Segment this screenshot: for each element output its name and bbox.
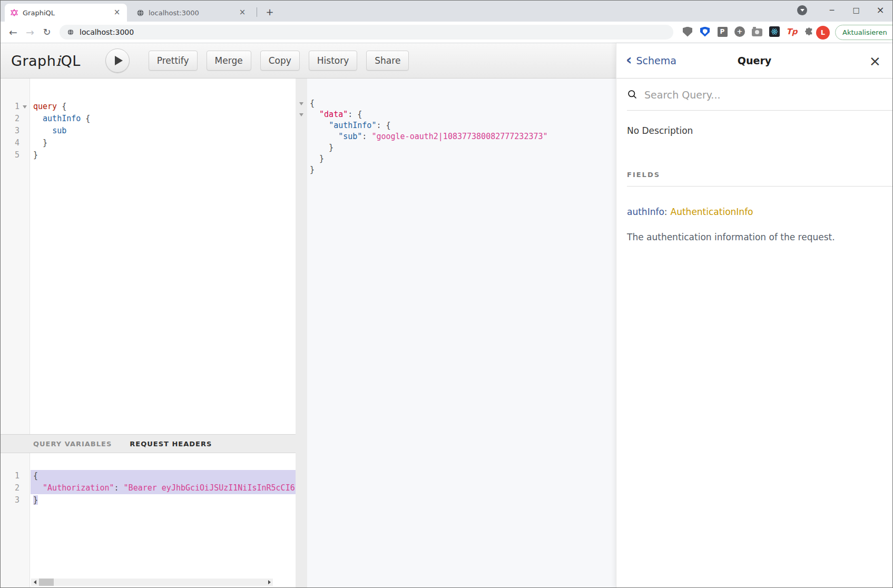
line-number: 1 [1, 101, 19, 113]
line-number: 3 [1, 125, 19, 137]
search-icon [627, 89, 638, 100]
scroll-left-arrow-icon[interactable] [31, 579, 38, 586]
code-line: 3 sub [1, 125, 296, 137]
field-row: authInfo:AuthenticationInfo [627, 207, 882, 217]
close-window-button[interactable]: × [868, 1, 892, 19]
code-line: 3} [1, 494, 296, 506]
graphql-logo-icon [10, 8, 18, 17]
execute-button[interactable] [105, 48, 130, 73]
horizontal-scrollbar[interactable] [31, 579, 273, 586]
query-editor[interactable]: 1query {2 authInfo {3 sub4 }5} [1, 79, 296, 434]
back-button[interactable]: ← [6, 25, 21, 40]
code-line: 2 authInfo { [1, 113, 296, 125]
request-headers-editor[interactable]: 1{2 "Authorization": "Bearer eyJhbGciOiJ… [1, 453, 296, 587]
line-number: 3 [1, 494, 19, 506]
tampermonkey-icon[interactable]: Tp [786, 25, 798, 38]
code-line: 1query { [1, 101, 296, 113]
extensions-row: P + Tp [681, 25, 816, 38]
fold-arrow-icon[interactable] [299, 113, 303, 116]
doc-search-row [616, 79, 892, 111]
back-label: Schema [636, 55, 676, 66]
address-bar[interactable]: localhost:3000 [60, 25, 673, 40]
url-text: localhost:3000 [80, 28, 134, 36]
code-line: "sub": "google-oauth2|108377380082777232… [296, 131, 617, 142]
tab-localhost[interactable]: localhost:3000 × [131, 4, 252, 22]
chevron-left-icon: ‹ [626, 53, 632, 67]
fields-heading: FIELDS [627, 171, 882, 179]
fold-arrow-icon[interactable] [23, 105, 27, 109]
tab-query-variables[interactable]: QUERY VARIABLES [33, 440, 112, 448]
line-number: 2 [1, 482, 19, 494]
type-authenticationinfo-link[interactable]: AuthenticationInfo [671, 207, 753, 217]
browser-window: GraphiQL × localhost:3000 × + ─ □ × ← → … [0, 0, 893, 588]
scroll-right-arrow-icon[interactable] [266, 579, 273, 586]
browser-toolbar: ← → ↻ localhost:3000 P + Tp L [1, 22, 892, 43]
field-authinfo-link[interactable]: authInfo [627, 207, 664, 217]
forward-button[interactable]: → [23, 25, 37, 40]
field-separator: : [664, 207, 668, 217]
prettify-button[interactable]: Prettify [149, 51, 198, 71]
browser-tab-strip: GraphiQL × localhost:3000 × + ─ □ × [1, 1, 892, 22]
doc-search-input[interactable] [644, 89, 855, 101]
code-line: } [296, 164, 617, 175]
code-line: } [296, 153, 617, 164]
code-line: { [296, 98, 617, 109]
copy-button[interactable]: Copy [260, 51, 300, 71]
graphiql-topbar: GraphiQL Prettify Merge Copy History Sha… [1, 43, 617, 79]
tab-title: GraphiQL [23, 9, 107, 17]
code-line: 2 "Authorization": "Bearer eyJhbGciOiJSU… [1, 482, 296, 494]
window-controls: ─ □ × [797, 1, 892, 19]
scrollbar-thumb[interactable] [39, 579, 54, 586]
reload-button[interactable]: ↻ [40, 25, 54, 40]
result-pane: { "data": { "authInfo": { "sub": "google… [296, 79, 617, 587]
graphiql-logo: GraphiQL [11, 53, 81, 69]
p-extension-icon[interactable]: P [716, 25, 729, 38]
result-viewer[interactable]: { "data": { "authInfo": { "sub": "google… [296, 79, 617, 587]
no-description-text: No Description [627, 125, 882, 136]
fold-arrow-icon[interactable] [299, 102, 303, 105]
close-icon[interactable]: × [112, 8, 122, 17]
move-icon[interactable]: + [733, 25, 746, 38]
code-line: 5} [1, 149, 296, 161]
code-line: "data": { [296, 109, 617, 120]
play-icon [115, 56, 123, 65]
field-description: The authentication information of the re… [627, 232, 882, 242]
line-number: 2 [1, 113, 19, 125]
graphiql-app: GraphiQL Prettify Merge Copy History Sha… [1, 43, 892, 587]
close-doc-button[interactable]: × [869, 54, 881, 68]
code-line: "authInfo": { [296, 120, 617, 131]
line-number: 5 [1, 149, 19, 161]
fields-divider [627, 186, 892, 187]
query-pane: 1query {2 authInfo {3 sub4 }5} QUERY VAR… [1, 79, 296, 587]
minimize-button[interactable]: ─ [820, 1, 844, 19]
history-button[interactable]: History [309, 51, 357, 71]
merge-button[interactable]: Merge [207, 51, 251, 71]
line-number: 1 [1, 470, 19, 482]
tab-request-headers[interactable]: REQUEST HEADERS [130, 440, 212, 448]
doc-body: No Description FIELDS authInfo:Authentic… [616, 125, 892, 242]
share-button[interactable]: Share [366, 51, 409, 71]
line-number: 4 [1, 137, 19, 149]
caret-down-icon [800, 9, 804, 12]
tab-separator [257, 7, 257, 17]
doc-explorer-header: ‹ Schema Query × [616, 43, 892, 79]
update-browser-button[interactable]: Aktualisieren ⋮ [835, 25, 893, 40]
doc-explorer-panel: ‹ Schema Query × No Description FIELDS a… [616, 43, 892, 587]
code-line: 1{ [1, 470, 296, 482]
close-icon[interactable]: × [238, 8, 247, 17]
chevron-down-circle-icon[interactable] [797, 5, 807, 15]
ublock-icon[interactable] [681, 25, 694, 38]
globe-icon [136, 9, 144, 17]
camera-icon[interactable] [751, 25, 763, 38]
code-line: } [296, 142, 617, 153]
avatar[interactable]: L [816, 26, 830, 40]
react-devtools-icon[interactable] [768, 25, 781, 38]
maximize-button[interactable]: □ [844, 1, 868, 19]
puzzle-icon[interactable] [803, 25, 816, 38]
bitwarden-icon[interactable] [699, 25, 711, 38]
tab-title: localhost:3000 [149, 9, 232, 17]
schema-back-link[interactable]: ‹ Schema [626, 54, 676, 67]
code-line: 4 } [1, 137, 296, 149]
new-tab-button[interactable]: + [263, 5, 277, 19]
tab-graphiql[interactable]: GraphiQL × [5, 4, 127, 22]
